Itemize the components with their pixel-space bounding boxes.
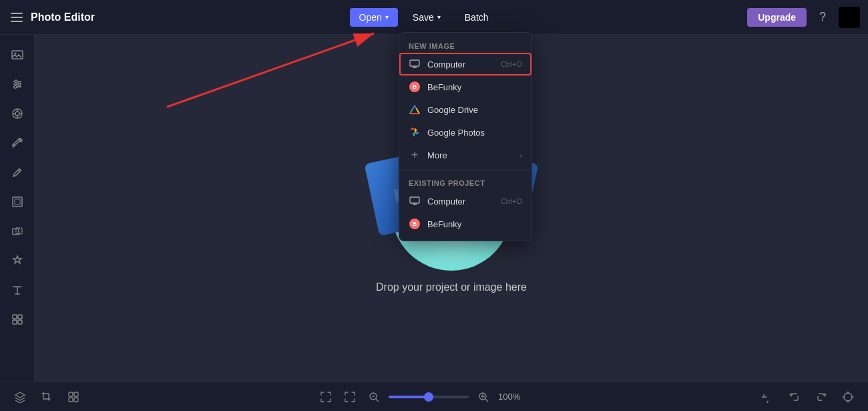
zoom-slider[interactable] <box>389 396 469 398</box>
more-sources[interactable]: + More › <box>399 144 531 166</box>
fill-screen-icon[interactable] <box>341 388 359 406</box>
drop-text: Drop your project or image here <box>376 281 527 293</box>
sidebar-item-effects[interactable] <box>4 100 31 127</box>
svg-rect-16 <box>15 199 20 204</box>
bottombar: 100% <box>0 382 868 411</box>
app-title: Photo Editor <box>31 11 95 23</box>
bottom-left-tools <box>11 388 83 406</box>
gdrive-label: Google Drive <box>427 105 522 115</box>
svg-rect-15 <box>13 197 22 207</box>
stickers-icon <box>11 254 24 267</box>
layers-icon[interactable] <box>11 388 29 406</box>
sidebar-item-overlays[interactable] <box>4 218 31 245</box>
new-from-computer[interactable]: Computer Ctrl+O <box>399 53 531 76</box>
zoom-out-button[interactable] <box>365 388 383 406</box>
grid-icon[interactable] <box>64 388 83 406</box>
existing-befunky-label: BeFunky <box>427 219 522 229</box>
new-from-befunky[interactable]: B BeFunky <box>399 76 531 98</box>
help-button[interactable]: ? <box>812 7 833 28</box>
sidebar <box>0 35 35 382</box>
crop-icon[interactable] <box>37 388 56 406</box>
more-arrow-icon: › <box>519 151 522 159</box>
svg-line-39 <box>485 399 488 402</box>
batch-button[interactable]: Batch <box>455 8 498 27</box>
computer-icon <box>409 58 421 70</box>
svg-point-7 <box>14 86 17 88</box>
sidebar-item-graphics[interactable] <box>4 306 31 333</box>
new-from-gphotos[interactable]: Google Photos <box>399 121 531 144</box>
svg-rect-31 <box>69 398 73 402</box>
svg-rect-30 <box>74 392 78 396</box>
draw-icon <box>11 166 24 179</box>
svg-rect-20 <box>18 315 22 319</box>
svg-rect-32 <box>74 398 78 402</box>
svg-rect-28 <box>410 197 419 203</box>
svg-line-35 <box>376 399 379 402</box>
graphics-icon <box>11 313 24 326</box>
sidebar-item-stickers[interactable] <box>4 247 31 274</box>
existing-project-header: Existing Project <box>399 175 531 190</box>
reset-icon[interactable] <box>839 388 857 406</box>
gphotos-label: Google Photos <box>427 128 522 138</box>
existing-computer-shortcut: Ctrl+O <box>501 197 522 205</box>
new-image-header: New Image <box>399 38 531 53</box>
computer-shortcut: Ctrl+O <box>501 60 522 68</box>
undo-icon[interactable] <box>785 388 804 406</box>
zoom-percentage: 100% <box>498 392 525 402</box>
open-button[interactable]: Open ▾ <box>350 8 398 27</box>
overlays-icon <box>11 225 24 238</box>
befunky-label: BeFunky <box>427 82 522 92</box>
redo-icon[interactable] <box>812 388 831 406</box>
svg-rect-19 <box>13 315 17 319</box>
sidebar-item-touchup[interactable] <box>4 130 31 156</box>
save-button[interactable]: Save ▾ <box>403 8 450 27</box>
more-label: More <box>427 150 513 160</box>
existing-from-befunky[interactable]: B BeFunky <box>399 213 531 235</box>
new-from-gdrive[interactable]: Google Drive <box>399 98 531 121</box>
svg-point-9 <box>15 112 19 116</box>
adjustments-icon <box>11 78 24 91</box>
effects-icon <box>11 107 24 120</box>
hamburger-menu[interactable] <box>8 10 25 25</box>
befunky-icon: B <box>409 81 421 93</box>
svg-point-5 <box>15 80 17 83</box>
frames-icon <box>11 195 24 209</box>
svg-rect-21 <box>13 320 17 324</box>
existing-befunky-icon: B <box>409 218 421 230</box>
fit-screen-icon[interactable] <box>316 388 335 406</box>
existing-computer-label: Computer <box>427 196 494 207</box>
sidebar-item-image[interactable] <box>4 41 31 68</box>
avatar[interactable] <box>839 7 860 28</box>
gdrive-icon <box>409 104 421 116</box>
sidebar-item-draw[interactable] <box>4 159 31 186</box>
zoom-controls: 100% <box>316 388 525 406</box>
svg-point-6 <box>18 83 21 86</box>
save-chevron-icon: ▾ <box>437 13 441 21</box>
open-dropdown: New Image Computer Ctrl+O B BeFunky Goog… <box>399 32 532 241</box>
undo-history-icon[interactable] <box>758 388 777 406</box>
svg-rect-22 <box>18 320 22 324</box>
sidebar-item-text[interactable] <box>4 277 31 303</box>
existing-computer-icon <box>409 195 421 207</box>
menu-divider <box>399 170 531 171</box>
zoom-in-button[interactable] <box>474 388 493 406</box>
svg-rect-24 <box>410 60 419 66</box>
existing-from-computer[interactable]: Computer Ctrl+O <box>399 190 531 213</box>
svg-rect-29 <box>69 392 73 396</box>
gphotos-icon <box>409 126 421 138</box>
upgrade-button[interactable]: Upgrade <box>747 8 807 27</box>
sidebar-item-frames[interactable] <box>4 188 31 215</box>
help-icon: ? <box>819 10 826 24</box>
new-from-computer-label: Computer <box>427 59 494 70</box>
bottom-right-tools <box>758 388 857 406</box>
sidebar-item-adjustments[interactable] <box>4 71 31 98</box>
plus-icon: + <box>409 149 421 161</box>
text-icon <box>11 283 24 297</box>
touchup-icon <box>11 136 24 150</box>
open-chevron-icon: ▾ <box>385 13 389 21</box>
image-icon <box>11 48 24 61</box>
header: Photo Editor Open ▾ Save ▾ Batch Upgrade… <box>0 0 868 35</box>
